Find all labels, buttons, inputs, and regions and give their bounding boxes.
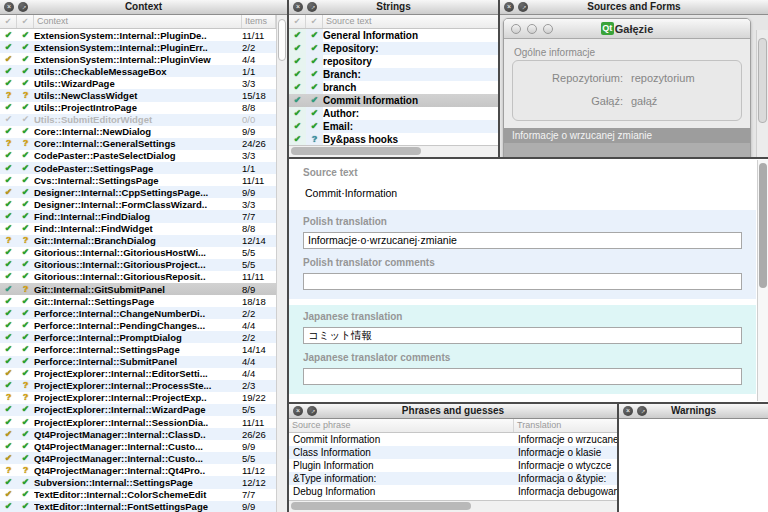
context-row[interactable]: CodePaster::PasteSelectDialog 3/3: [0, 150, 276, 162]
context-name: ProjectExplorer::Internal::ProcessSte...: [34, 380, 242, 391]
context-row[interactable]: Gitorious::Internal::GitoriousReposit.. …: [0, 271, 276, 283]
detach-icon[interactable]: →: [307, 2, 317, 12]
close-icon[interactable]: ×: [623, 406, 633, 416]
strings-horizontal-scrollbar[interactable]: [289, 145, 498, 157]
close-icon[interactable]: ×: [293, 2, 303, 12]
context-row[interactable]: Find::Internal::FindDialog 7/7: [0, 210, 276, 222]
detach-icon[interactable]: →: [18, 2, 28, 12]
translation-column-header[interactable]: Translation: [514, 419, 617, 432]
close-icon[interactable]: ×: [4, 2, 14, 12]
detach-icon[interactable]: →: [518, 2, 528, 12]
context-row[interactable]: Git::Internal::SettingsPage 18/18: [0, 295, 276, 307]
scrollbar-thumb[interactable]: [291, 502, 471, 510]
scrollbar-thumb[interactable]: [291, 147, 421, 155]
context-row[interactable]: ExtensionSystem::Internal::PluginErr.. 2…: [0, 41, 276, 53]
context-row[interactable]: Find::Internal::FindWidget 8/8: [0, 223, 276, 235]
context-row[interactable]: Core::Internal::NewDialog 9/9: [0, 126, 276, 138]
context-row[interactable]: Git::Internal::BranchDialog 12/14: [0, 235, 276, 247]
context-column-header[interactable]: Context: [34, 15, 242, 28]
translation-vertical-scrollbar[interactable]: [757, 160, 768, 401]
context-row[interactable]: Utils::WizardPage 3/3: [0, 77, 276, 89]
string-row[interactable]: General Information: [289, 29, 498, 42]
context-row[interactable]: Perforce::Internal::SettingsPage 14/14: [0, 343, 276, 355]
context-row[interactable]: Qt4ProjectManager::Internal::ClassD.. 26…: [0, 428, 276, 440]
context-row[interactable]: TextEditor::Internal::ColorSchemeEdit 7/…: [0, 489, 276, 501]
detach-icon[interactable]: →: [307, 406, 317, 416]
context-row[interactable]: Gitorious::Internal::GitoriousProject...…: [0, 259, 276, 271]
context-row[interactable]: Cvs::Internal::SettingsPage 11/11: [0, 174, 276, 186]
context-row[interactable]: Designer::Internal::FormClassWizard.. 3/…: [0, 198, 276, 210]
strings-table-header[interactable]: ✔ ✔ Source text: [289, 15, 498, 29]
window-zoom-icon: [543, 24, 553, 34]
translation-state-icon: [17, 200, 34, 209]
source-phrase-column-header[interactable]: Source phrase: [289, 419, 514, 432]
items-count: 3/3: [242, 199, 276, 210]
acceptance-state-icon: [0, 55, 17, 64]
items-column-header[interactable]: Items: [242, 15, 276, 28]
acceptance-state-icon: [0, 139, 17, 148]
string-row[interactable]: Email:: [289, 120, 498, 133]
context-row[interactable]: ProjectExplorer::Internal::ProjectExp.. …: [0, 392, 276, 404]
detach-icon[interactable]: →: [637, 406, 647, 416]
string-row[interactable]: repository: [289, 55, 498, 68]
context-row[interactable]: Core::Internal::GeneralSettings 24/26: [0, 138, 276, 150]
scrollbar-thumb[interactable]: [759, 163, 767, 288]
source-text-column-header[interactable]: Source text: [323, 15, 498, 28]
items-count: 4/4: [242, 356, 276, 367]
phrase-row[interactable]: Plugin Information Informacje o wtyczce: [289, 459, 617, 472]
context-row[interactable]: ProjectExplorer::Internal::EditorSetti..…: [0, 368, 276, 380]
context-row[interactable]: ProjectExplorer::Internal::SessionDia.. …: [0, 416, 276, 428]
context-row[interactable]: Perforce::Internal::SubmitPanel 4/4: [0, 356, 276, 368]
polish-comments-input[interactable]: [303, 273, 742, 290]
context-row[interactable]: ProjectExplorer::Internal::WizardPage 5/…: [0, 404, 276, 416]
context-row[interactable]: ProjectExplorer::Internal::ProcessSte...…: [0, 380, 276, 392]
phrase-row[interactable]: Debug Information Informacja debugowania: [289, 485, 617, 498]
context-row[interactable]: ExtensionSystem::Internal::PluginView 4/…: [0, 53, 276, 65]
phrase-row[interactable]: Commit Information Informacje o wrzucane…: [289, 433, 617, 446]
items-count: 12/14: [242, 235, 276, 246]
context-row[interactable]: CodePaster::SettingsPage 1/1: [0, 162, 276, 174]
context-row[interactable]: Qt4ProjectManager::Internal::Qt4Pro.. 11…: [0, 464, 276, 476]
context-row[interactable]: Git::Internal::GitSubmitPanel 8/9: [0, 283, 276, 295]
panel-title: Strings: [376, 0, 410, 14]
phrase-row[interactable]: &Type information: Informacja o &typie:: [289, 472, 617, 485]
context-row[interactable]: Qt4ProjectManager::Internal::Custo... 9/…: [0, 440, 276, 452]
context-row[interactable]: Utils::CheckableMessageBox 1/1: [0, 65, 276, 77]
context-row[interactable]: Designer::Internal::CppSettingsPage... 9…: [0, 186, 276, 198]
context-name: TextEditor::Internal::FontSettingsPage: [34, 501, 242, 512]
japanese-comments-input[interactable]: [303, 368, 742, 385]
close-icon[interactable]: ×: [293, 406, 303, 416]
translation-state-icon: [17, 430, 34, 439]
context-row[interactable]: Perforce::Internal::PromptDialog 2/2: [0, 331, 276, 343]
sources-vertical-scrollbar[interactable]: [756, 30, 768, 157]
context-row[interactable]: Utils::SubmitEditorWidget 0/0: [0, 114, 276, 126]
phrases-horizontal-scrollbar[interactable]: [289, 500, 617, 512]
context-name: ProjectExplorer::Internal::ProjectExp..: [34, 392, 242, 403]
japanese-translation-input[interactable]: コミット情報: [303, 327, 742, 344]
context-row[interactable]: Perforce::Internal::PendingChanges... 4/…: [0, 319, 276, 331]
string-row[interactable]: By&pass hooks: [289, 133, 498, 145]
context-row[interactable]: Utils::ProjectIntroPage 8/8: [0, 102, 276, 114]
context-row[interactable]: Utils::NewClassWidget 15/18: [0, 89, 276, 101]
string-row[interactable]: branch: [289, 81, 498, 94]
phrases-table-header[interactable]: Source phrase Translation: [289, 419, 617, 433]
string-row[interactable]: Branch:: [289, 68, 498, 81]
context-row[interactable]: TextEditor::Internal::FontSettingsPage 9…: [0, 501, 276, 512]
source-string: Branch:: [323, 69, 498, 80]
string-row[interactable]: Repository:: [289, 42, 498, 55]
context-row[interactable]: Subversion::Internal::SettingsPage 12/12: [0, 476, 276, 488]
polish-translation-input[interactable]: Informacje·o·wrzucanej·zmianie: [303, 232, 742, 249]
context-table-header[interactable]: ✔ ✔ Context Items: [0, 15, 287, 29]
context-vertical-scrollbar[interactable]: [276, 15, 287, 512]
scrollbar-thumb[interactable]: [758, 38, 767, 123]
phrase-row[interactable]: Class Information Informacje o klasie: [289, 446, 617, 459]
context-row[interactable]: Qt4ProjectManager::Internal::Custo... 5/…: [0, 452, 276, 464]
scrollbar-thumb[interactable]: [278, 19, 286, 61]
close-icon[interactable]: ×: [504, 2, 514, 12]
context-row[interactable]: Perforce::Internal::ChangeNumberDi.. 2/2: [0, 307, 276, 319]
string-row[interactable]: Author:: [289, 107, 498, 120]
context-panel: × → Context ✔ ✔ Context Items ExtensionS…: [0, 0, 287, 512]
context-row[interactable]: Gitorious::Internal::GitoriousHostWi... …: [0, 247, 276, 259]
string-row[interactable]: Commit Information: [289, 94, 498, 107]
context-row[interactable]: ExtensionSystem::Internal::PluginDe.. 11…: [0, 29, 276, 41]
